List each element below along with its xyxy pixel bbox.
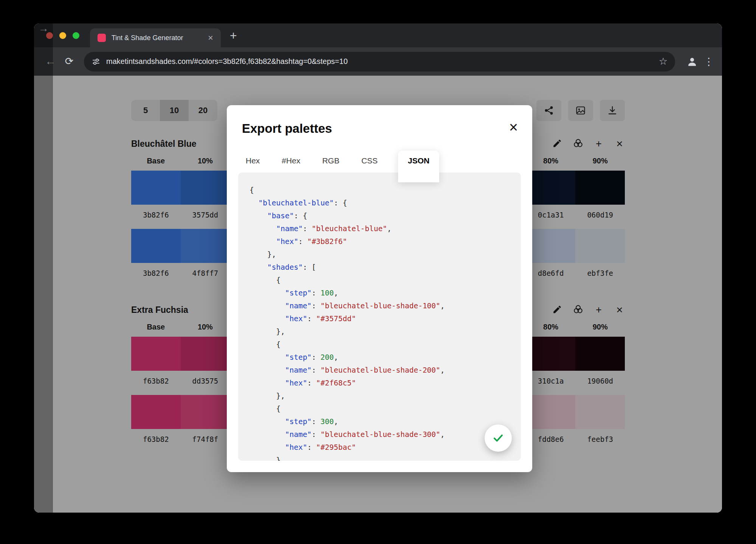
browser-menu-icon[interactable]: ⋮ [702, 56, 715, 68]
browser-window: Tint & Shade Generator × + ← → ⟳ maketin… [34, 23, 722, 513]
modal-header: Export palettes × [227, 105, 532, 136]
code-block[interactable]: { "bleuchatel-blue": { "base": { "name":… [238, 173, 521, 461]
code-line: "name": "bleuchatel-blue", [249, 222, 521, 235]
site-favicon [98, 34, 106, 42]
export-format-tabs: Hex#HexRGBCSSJSON [227, 151, 532, 173]
tab-json[interactable]: JSON [398, 151, 439, 182]
tab-title: Tint & Shade Generator [112, 34, 206, 42]
code-line: "step": 300, [249, 415, 521, 428]
address-bar[interactable]: maketintsandshades.com/#colors=3b82f6,f6… [84, 52, 675, 71]
new-tab-button[interactable]: + [230, 30, 237, 42]
code-line: { [249, 403, 521, 415]
browser-toolbar: ← → ⟳ maketintsandshades.com/#colors=3b8… [34, 47, 722, 76]
code-line: "shades": [ [249, 261, 521, 274]
page-viewport: 51020 [34, 76, 722, 513]
tab-hash-hex[interactable]: #Hex [280, 151, 302, 171]
code-line: { [249, 184, 521, 197]
code-line: "base": { [249, 210, 521, 222]
code-line: "hex": "#295bac" [249, 441, 521, 454]
confirm-check-button[interactable] [485, 424, 512, 452]
export-palettes-dialog: Export palettes × Hex#HexRGBCSSJSON { "b… [227, 105, 532, 472]
modal-close-button[interactable]: × [509, 121, 518, 133]
code-line: { [249, 338, 521, 351]
zoom-window-button[interactable] [73, 32, 79, 39]
tab-rgb[interactable]: RGB [321, 151, 341, 171]
code-line: "hex": "#3b82f6" [249, 235, 521, 248]
code-line: "hex": "#2f68c5" [249, 377, 521, 390]
code-line: "bleuchatel-blue": { [249, 197, 521, 210]
code-line: "step": 100, [249, 287, 521, 300]
site-settings-icon[interactable] [91, 57, 101, 66]
tab-strip: Tint & Shade Generator × + [34, 23, 722, 47]
code-line: "step": 200, [249, 351, 521, 364]
close-icon: × [509, 119, 518, 135]
code-line: "hex": "#3575dd" [249, 312, 521, 325]
minimize-window-button[interactable] [59, 32, 66, 39]
profile-avatar-icon[interactable] [686, 56, 698, 67]
modal-title: Export palettes [242, 121, 332, 136]
code-line: "name": "bleuchatel-blue-shade-300", [249, 428, 521, 441]
bookmark-star-icon[interactable]: ☆ [659, 56, 668, 67]
reload-icon[interactable]: ⟳ [60, 56, 79, 67]
code-line: } [249, 454, 521, 461]
code-line: "name": "bleuchatel-blue-shade-200", [249, 364, 521, 377]
tab-css[interactable]: CSS [360, 151, 379, 171]
tab-close-icon[interactable]: × [206, 33, 215, 43]
check-icon [492, 432, 504, 444]
code-line: "name": "bleuchatel-blue-shade-100", [249, 300, 521, 312]
browser-tab[interactable]: Tint & Shade Generator × [90, 28, 221, 47]
code-line: { [249, 274, 521, 287]
code-line: }, [249, 325, 521, 338]
tab-hex[interactable]: Hex [244, 151, 261, 171]
code-line: }, [249, 248, 521, 261]
code-line: }, [249, 390, 521, 403]
url-text: maketintsandshades.com/#colors=3b82f6,f6… [106, 57, 654, 66]
